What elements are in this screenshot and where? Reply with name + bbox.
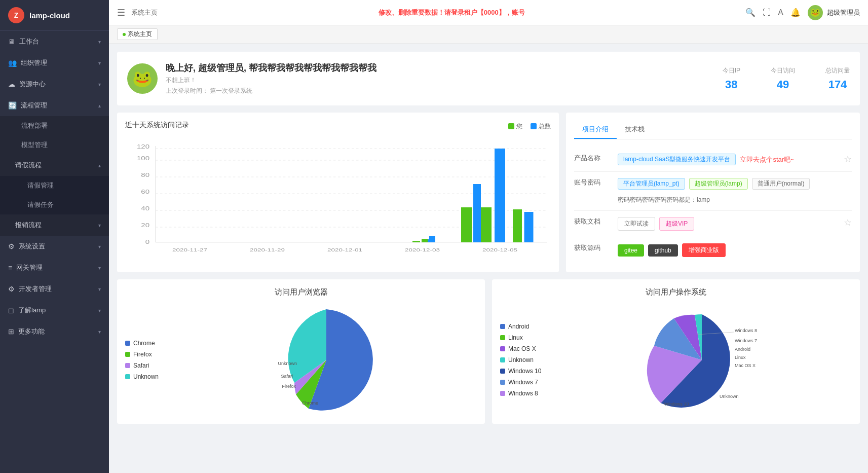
sidebar-logo: Z lamp-cloud [0, 0, 109, 31]
os-legend-win8: Windows 8 [500, 390, 541, 397]
browser-chrome-label: Chrome [133, 340, 155, 347]
sidebar-label-workbench: 工作台 [19, 37, 39, 46]
user-avatar: 🐸 [808, 5, 823, 20]
browser-firefox-dot [125, 352, 130, 357]
sidebar-item-flow-deploy[interactable]: 流程部署 [0, 116, 109, 135]
star-icon-product[interactable]: ☆ [844, 154, 852, 165]
source-btn-github[interactable]: github [648, 244, 678, 257]
product-link[interactable]: 立即去点个star吧~ [740, 155, 794, 164]
sidebar-item-flow-model[interactable]: 模型管理 [0, 135, 109, 155]
os-unknown-dot [500, 357, 505, 362]
gateway-icon: ≡ [8, 264, 12, 272]
sidebar-label-settings: 系统设置 [19, 242, 45, 251]
bottom-row: 访问用户浏览器 Chrome Firefox Safar [117, 279, 860, 424]
fullscreen-icon[interactable]: ⛶ [763, 8, 771, 17]
os-legend-win7: Windows 7 [500, 379, 541, 386]
stat-today-visit-label: 今日访问 [771, 66, 795, 75]
os-win7-dot [500, 380, 505, 385]
user-info[interactable]: 🐸 超级管理员 [808, 5, 860, 20]
stat-today-visit-value: 49 [771, 78, 795, 91]
sidebar-item-leave-task[interactable]: 请假任务 [0, 195, 109, 214]
svg-text:40: 40 [141, 206, 149, 212]
sidebar-item-resource[interactable]: ☁ 资源中心 ▾ [0, 74, 109, 95]
bar-total-5b [524, 212, 534, 242]
project-tabs: 项目介绍 技术栈 [574, 121, 852, 139]
project-info-card: 项目介绍 技术栈 产品名称 lamp-cloud SaaS型微服务快速开发平台 … [566, 113, 860, 272]
legend-you-dot [508, 123, 514, 129]
tab-intro[interactable]: 项目介绍 [574, 121, 617, 139]
sidebar-item-org[interactable]: 👥 组织管理 ▾ [0, 52, 109, 74]
info-row-docs: 获取文档 立即试读 超级VIP ☆ [574, 211, 852, 237]
welcome-subtitle: 不想上班！ [166, 76, 376, 85]
sidebar-item-flow[interactable]: 🔄 流程管理 ▴ [0, 95, 109, 116]
breadcrumb-tag: 系统主页 [117, 28, 158, 40]
svg-text:20: 20 [141, 223, 149, 229]
sidebar-item-leave-mgmt[interactable]: 请假管理 [0, 176, 109, 195]
tab-stack[interactable]: 技术栈 [617, 121, 653, 139]
sidebar-item-expense[interactable]: 报销流程 ▾ [0, 214, 109, 236]
menu-toggle-icon[interactable]: ☰ [117, 7, 125, 18]
breadcrumb-label: 系统主页 [128, 30, 152, 39]
browser-safari-label: Safari [133, 362, 149, 369]
os-win10-label-out: Windows 10 [664, 402, 689, 407]
os-android-label-out: Android [735, 347, 750, 352]
svg-text:80: 80 [141, 172, 149, 178]
star-icon-docs[interactable]: ☆ [844, 217, 852, 228]
os-legend-android: Android [500, 323, 541, 330]
browser-unknown-dot [125, 374, 130, 379]
sidebar-item-workbench[interactable]: 🖥 工作台 ▾ [0, 31, 109, 52]
search-icon[interactable]: 🔍 [745, 8, 756, 17]
svg-text:120: 120 [137, 144, 149, 150]
logo-icon: Z [8, 7, 24, 23]
stat-today-ip: 今日IP 38 [723, 66, 740, 91]
chevron-leave: ▴ [98, 163, 101, 168]
os-pie-legend: Android Linux Mac OS X Unknown [500, 323, 541, 397]
sidebar-item-leave[interactable]: 请假流程 ▴ [0, 155, 109, 176]
os-legend-macosx: Mac OS X [500, 345, 541, 352]
docs-btn-read[interactable]: 立即试读 [618, 217, 655, 231]
os-unknown-label: Unknown [508, 356, 534, 363]
os-legend-linux: Linux [500, 334, 541, 341]
welcome-card: 🐸 晚上好, 超级管理员, 帮我帮我帮我帮我帮我帮我帮我 不想上班！ 上次登录时… [117, 52, 860, 105]
legend-total-dot [531, 123, 537, 129]
info-row-account: 账号密码 平台管理员(lamp_pt) 超级管理员(lamp) 普通用户(nor… [574, 172, 852, 211]
browser-chrome-dot [125, 341, 130, 346]
source-value-area: gitee github 增强商业版 [618, 243, 852, 257]
account-tag-1: 超级管理员(lamp) [689, 178, 748, 190]
source-btn-gitee[interactable]: gitee [618, 244, 644, 257]
os-pie-content: Android Linux Mac OS X Unknown [500, 304, 852, 416]
sidebar-item-gateway[interactable]: ≡ 网关管理 ▾ [0, 257, 109, 278]
language-icon[interactable]: A [778, 8, 783, 17]
sidebar-item-dev[interactable]: ⚙ 开发者管理 ▾ [0, 278, 109, 300]
flow-submenu: 流程部署 模型管理 请假流程 ▴ 请假管理 请假任务 报销流程 ▾ [0, 116, 109, 236]
sidebar-label-flow: 流程管理 [21, 101, 47, 110]
docs-btn-vip[interactable]: 超级VIP [659, 217, 694, 231]
browser-legend-safari: Safari [125, 362, 166, 369]
source-btn-commercial[interactable]: 增强商业版 [682, 243, 726, 257]
header-alert: 修改、删除重要数据！请登录租户【0000】，账号 [164, 8, 739, 17]
dev-icon: ⚙ [8, 285, 15, 293]
os-pie-svg: Windows 8 Windows 7 Android Linux Mac OS… [636, 304, 768, 416]
breadcrumb-bar: 系统主页 [109, 25, 868, 44]
legend-you: 您 [508, 122, 522, 131]
sidebar-label-dev: 开发者管理 [19, 284, 52, 294]
content-area: 🐸 晚上好, 超级管理员, 帮我帮我帮我帮我帮我帮我帮我 不想上班！ 上次登录时… [109, 44, 868, 473]
browser-unknown-slice-label: Unknown [278, 361, 297, 366]
sidebar-item-about[interactable]: ◻ 了解lamp ▾ [0, 300, 109, 321]
browser-unknown-label: Unknown [133, 373, 159, 380]
os-linux-label-out: Linux [735, 355, 746, 360]
svg-text:60: 60 [141, 189, 149, 195]
os-legend-win10: Windows 10 [500, 368, 541, 375]
bell-icon[interactable]: 🔔 [790, 8, 801, 17]
chart-card-title: 近十天系统访问记录 [125, 121, 189, 130]
sidebar-item-more[interactable]: ⊞ 更多功能 ▾ [0, 321, 109, 342]
browser-pie-card: 访问用户浏览器 Chrome Firefox Safar [117, 279, 485, 424]
more-icon: ⊞ [8, 328, 14, 336]
welcome-text: 晚上好, 超级管理员, 帮我帮我帮我帮我帮我帮我帮我 不想上班！ 上次登录时间：… [166, 62, 376, 95]
browser-chrome-slice-label: Chrome [302, 401, 318, 406]
info-row-product: 产品名称 lamp-cloud SaaS型微服务快速开发平台 立即去点个star… [574, 148, 852, 172]
bar-you-4 [412, 241, 420, 242]
bar-total-extra [473, 184, 481, 242]
os-win8-label: Windows 8 [735, 328, 757, 333]
sidebar-item-settings[interactable]: ⚙ 系统设置 ▾ [0, 236, 109, 257]
